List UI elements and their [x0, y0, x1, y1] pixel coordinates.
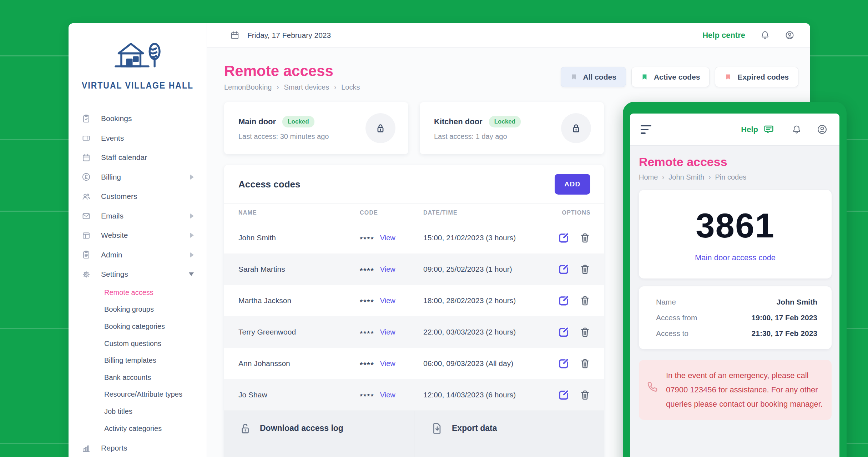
- browser-icon: [81, 231, 91, 240]
- sidebar-subitem-booking-groups[interactable]: Booking groups: [69, 301, 207, 318]
- sidebar-item-reports[interactable]: Reports: [69, 438, 207, 457]
- phone-icon-wrap: [639, 368, 666, 411]
- masked-code: ****: [360, 361, 374, 369]
- sidebar-item-label: Reports: [101, 444, 127, 452]
- pin-code-caption-link[interactable]: Main door access code: [695, 253, 776, 262]
- detail-label: Access to: [656, 329, 688, 338]
- breadcrumb-item[interactable]: LemonBooking: [224, 83, 272, 91]
- trash-icon[interactable]: [579, 326, 591, 338]
- sidebar-item-events[interactable]: Events: [69, 129, 207, 148]
- edit-icon[interactable]: [557, 295, 570, 307]
- lock-button[interactable]: [365, 113, 395, 143]
- chevron-right-icon: [190, 252, 194, 257]
- edit-icon[interactable]: [557, 357, 570, 370]
- add-button[interactable]: ADD: [555, 174, 590, 195]
- sidebar-subitem-bank-accounts[interactable]: Bank accounts: [69, 369, 207, 386]
- sidebar-item-settings[interactable]: Settings: [69, 265, 207, 284]
- masked-code: ****: [360, 329, 374, 338]
- sidebar-item-label: Website: [101, 231, 128, 240]
- sidebar-item-admin[interactable]: Admin: [69, 245, 207, 265]
- edit-icon[interactable]: [557, 232, 570, 244]
- filter-active-codes-button[interactable]: Active codes: [631, 67, 710, 87]
- table-footer: Download access log Export data: [224, 411, 604, 457]
- breadcrumb-item[interactable]: Locks: [341, 83, 360, 91]
- sidebar-subitem-remote-access[interactable]: Remote access: [69, 284, 207, 301]
- sidebar-item-website[interactable]: Website: [69, 226, 207, 245]
- trash-icon[interactable]: [579, 295, 591, 307]
- chat-bubble-icon[interactable]: [763, 124, 774, 135]
- breadcrumb-separator: ›: [662, 174, 664, 181]
- mobile-body: Remote access Home › John Smith › Pin co…: [630, 146, 839, 420]
- clipboard-check-icon: [81, 114, 91, 124]
- sidebar-item-label: Admin: [101, 251, 122, 259]
- filter-expired-codes-button[interactable]: Expired codes: [715, 67, 798, 87]
- status-badge: Locked: [282, 116, 314, 127]
- door-name: Main door: [238, 117, 276, 126]
- sidebar-subitem-billing-templates[interactable]: Billing templates: [69, 352, 207, 369]
- view-code-link[interactable]: View: [380, 360, 395, 368]
- breadcrumb-item[interactable]: Smart devices: [284, 83, 329, 91]
- edit-icon[interactable]: [557, 263, 570, 275]
- sidebar-subitem-activity-categories[interactable]: Activity categories: [69, 420, 207, 437]
- detail-row: Access from 19:00, 17 Feb 2023: [656, 310, 817, 326]
- edit-icon[interactable]: [557, 326, 570, 338]
- trash-icon[interactable]: [579, 263, 591, 275]
- page-title: Remote access: [224, 62, 360, 80]
- trash-icon[interactable]: [579, 232, 591, 244]
- filter-all-codes-button[interactable]: All codes: [561, 67, 626, 87]
- mobile-screen: Help Remote access Home › John Smith › P…: [630, 114, 839, 457]
- help-link[interactable]: Help: [741, 125, 758, 134]
- mobile-preview-frame: Help Remote access Home › John Smith › P…: [623, 102, 847, 457]
- breadcrumb-item[interactable]: Pin codes: [715, 173, 746, 181]
- row-name: John Smith: [238, 233, 360, 242]
- view-code-link[interactable]: View: [380, 391, 395, 399]
- breadcrumb-item[interactable]: John Smith: [668, 173, 704, 181]
- breadcrumb-item[interactable]: Home: [639, 173, 658, 181]
- sidebar-item-label: Settings: [101, 270, 128, 278]
- help-centre-link[interactable]: Help centre: [702, 31, 745, 40]
- logo: VIRTUAL VILLAGE HALL: [69, 34, 207, 90]
- user-circle-icon[interactable]: [817, 124, 828, 135]
- table-row: Terry Greenwood ****View 22:00, 03/03/20…: [224, 316, 604, 348]
- trash-icon[interactable]: [579, 357, 591, 370]
- view-code-link[interactable]: View: [380, 328, 395, 336]
- row-name: Martha Jackson: [238, 296, 360, 305]
- sidebar-subitem-job-titles[interactable]: Job titles: [69, 403, 207, 420]
- column-header-datetime: DATE/TIME: [423, 210, 557, 216]
- chevron-down-icon: [189, 272, 194, 276]
- edit-icon[interactable]: [557, 389, 570, 401]
- sidebar-item-bookings[interactable]: Bookings: [69, 109, 207, 129]
- sidebar-item-emails[interactable]: Emails: [69, 206, 207, 226]
- sidebar-subitem-resource-attribute-types[interactable]: Resource/Attribute types: [69, 386, 207, 403]
- view-code-link[interactable]: View: [380, 234, 395, 242]
- trash-icon[interactable]: [579, 389, 591, 401]
- lock-button[interactable]: [561, 113, 591, 143]
- sidebar-item-customers[interactable]: Customers: [69, 187, 207, 206]
- view-code-link[interactable]: View: [380, 297, 395, 305]
- clipboard-list-icon: [81, 250, 91, 260]
- lock-icon: [570, 122, 582, 134]
- filter-label: Active codes: [654, 73, 700, 81]
- view-code-link[interactable]: View: [380, 265, 395, 273]
- download-access-log-button[interactable]: Download access log: [224, 411, 414, 457]
- header-divider: [660, 114, 660, 146]
- user-circle-icon[interactable]: [785, 30, 794, 40]
- emergency-alert-text: In the event of an emergency, please cal…: [666, 368, 823, 411]
- bar-chart-icon: [81, 443, 91, 453]
- export-data-button[interactable]: Export data: [414, 411, 604, 457]
- current-date: Friday, 17 February 2023: [247, 31, 331, 40]
- door-card-main-door: Main door Locked Last access: 30 minutes…: [224, 102, 408, 154]
- chevron-right-icon: [190, 175, 194, 180]
- sidebar-item-staff-calendar[interactable]: Staff calendar: [69, 148, 207, 167]
- sidebar-item-billing[interactable]: Billing: [69, 167, 207, 187]
- bell-icon[interactable]: [760, 30, 770, 40]
- sidebar-subitem-booking-categories[interactable]: Booking categories: [69, 318, 207, 335]
- breadcrumb: LemonBooking › Smart devices › Locks: [224, 83, 360, 91]
- hamburger-icon[interactable]: [641, 125, 651, 134]
- village-hall-logo-icon: [111, 34, 165, 79]
- sidebar-subitem-custom-questions[interactable]: Custom questions: [69, 335, 207, 352]
- logo-text: VIRTUAL VILLAGE HALL: [82, 80, 193, 91]
- bell-icon[interactable]: [792, 125, 802, 135]
- access-details-card: Name John Smith Access from 19:00, 17 Fe…: [639, 286, 832, 349]
- row-datetime: 18:00, 28/02/2023 (2 hours): [423, 296, 557, 305]
